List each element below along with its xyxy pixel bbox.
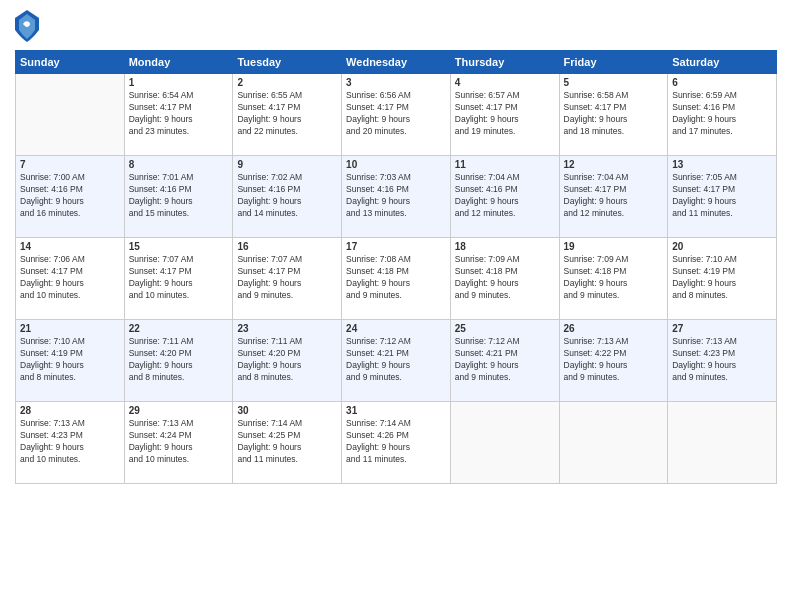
day-cell: 3Sunrise: 6:56 AMSunset: 4:17 PMDaylight…: [342, 74, 451, 156]
day-info: Sunrise: 6:54 AMSunset: 4:17 PMDaylight:…: [129, 90, 229, 138]
day-info: Sunrise: 7:09 AMSunset: 4:18 PMDaylight:…: [564, 254, 664, 302]
day-number: 27: [672, 323, 772, 334]
day-info: Sunrise: 7:11 AMSunset: 4:20 PMDaylight:…: [237, 336, 337, 384]
day-info: Sunrise: 6:55 AMSunset: 4:17 PMDaylight:…: [237, 90, 337, 138]
day-cell: 14Sunrise: 7:06 AMSunset: 4:17 PMDayligh…: [16, 238, 125, 320]
day-info: Sunrise: 7:13 AMSunset: 4:22 PMDaylight:…: [564, 336, 664, 384]
day-number: 22: [129, 323, 229, 334]
day-info: Sunrise: 7:08 AMSunset: 4:18 PMDaylight:…: [346, 254, 446, 302]
day-cell: 9Sunrise: 7:02 AMSunset: 4:16 PMDaylight…: [233, 156, 342, 238]
day-cell: 24Sunrise: 7:12 AMSunset: 4:21 PMDayligh…: [342, 320, 451, 402]
day-cell: 8Sunrise: 7:01 AMSunset: 4:16 PMDaylight…: [124, 156, 233, 238]
day-number: 6: [672, 77, 772, 88]
week-row-3: 14Sunrise: 7:06 AMSunset: 4:17 PMDayligh…: [16, 238, 777, 320]
day-number: 18: [455, 241, 555, 252]
page: SundayMondayTuesdayWednesdayThursdayFrid…: [0, 0, 792, 612]
day-cell: 28Sunrise: 7:13 AMSunset: 4:23 PMDayligh…: [16, 402, 125, 484]
day-number: 21: [20, 323, 120, 334]
day-info: Sunrise: 7:00 AMSunset: 4:16 PMDaylight:…: [20, 172, 120, 220]
day-number: 15: [129, 241, 229, 252]
week-row-4: 21Sunrise: 7:10 AMSunset: 4:19 PMDayligh…: [16, 320, 777, 402]
day-number: 20: [672, 241, 772, 252]
day-cell: 11Sunrise: 7:04 AMSunset: 4:16 PMDayligh…: [450, 156, 559, 238]
day-info: Sunrise: 7:13 AMSunset: 4:23 PMDaylight:…: [20, 418, 120, 466]
day-number: 13: [672, 159, 772, 170]
day-number: 23: [237, 323, 337, 334]
day-number: 1: [129, 77, 229, 88]
day-cell: 17Sunrise: 7:08 AMSunset: 4:18 PMDayligh…: [342, 238, 451, 320]
weekday-header-friday: Friday: [559, 51, 668, 74]
day-number: 25: [455, 323, 555, 334]
day-cell: 27Sunrise: 7:13 AMSunset: 4:23 PMDayligh…: [668, 320, 777, 402]
day-cell: 22Sunrise: 7:11 AMSunset: 4:20 PMDayligh…: [124, 320, 233, 402]
day-cell: 13Sunrise: 7:05 AMSunset: 4:17 PMDayligh…: [668, 156, 777, 238]
day-cell: 30Sunrise: 7:14 AMSunset: 4:25 PMDayligh…: [233, 402, 342, 484]
calendar-table: SundayMondayTuesdayWednesdayThursdayFrid…: [15, 50, 777, 484]
weekday-header-sunday: Sunday: [16, 51, 125, 74]
day-number: 8: [129, 159, 229, 170]
day-cell: 4Sunrise: 6:57 AMSunset: 4:17 PMDaylight…: [450, 74, 559, 156]
day-number: 16: [237, 241, 337, 252]
weekday-header-wednesday: Wednesday: [342, 51, 451, 74]
day-info: Sunrise: 7:07 AMSunset: 4:17 PMDaylight:…: [129, 254, 229, 302]
day-number: 17: [346, 241, 446, 252]
day-cell: 26Sunrise: 7:13 AMSunset: 4:22 PMDayligh…: [559, 320, 668, 402]
day-info: Sunrise: 6:58 AMSunset: 4:17 PMDaylight:…: [564, 90, 664, 138]
day-cell: 2Sunrise: 6:55 AMSunset: 4:17 PMDaylight…: [233, 74, 342, 156]
day-info: Sunrise: 7:13 AMSunset: 4:24 PMDaylight:…: [129, 418, 229, 466]
day-cell: 29Sunrise: 7:13 AMSunset: 4:24 PMDayligh…: [124, 402, 233, 484]
day-number: 10: [346, 159, 446, 170]
day-number: 30: [237, 405, 337, 416]
logo-icon: [15, 10, 39, 42]
day-cell: 6Sunrise: 6:59 AMSunset: 4:16 PMDaylight…: [668, 74, 777, 156]
day-cell: 23Sunrise: 7:11 AMSunset: 4:20 PMDayligh…: [233, 320, 342, 402]
day-info: Sunrise: 7:04 AMSunset: 4:16 PMDaylight:…: [455, 172, 555, 220]
week-row-5: 28Sunrise: 7:13 AMSunset: 4:23 PMDayligh…: [16, 402, 777, 484]
day-number: 11: [455, 159, 555, 170]
day-info: Sunrise: 7:12 AMSunset: 4:21 PMDaylight:…: [455, 336, 555, 384]
day-info: Sunrise: 7:10 AMSunset: 4:19 PMDaylight:…: [20, 336, 120, 384]
day-info: Sunrise: 7:06 AMSunset: 4:17 PMDaylight:…: [20, 254, 120, 302]
day-cell: 25Sunrise: 7:12 AMSunset: 4:21 PMDayligh…: [450, 320, 559, 402]
day-cell: 12Sunrise: 7:04 AMSunset: 4:17 PMDayligh…: [559, 156, 668, 238]
day-info: Sunrise: 7:01 AMSunset: 4:16 PMDaylight:…: [129, 172, 229, 220]
day-info: Sunrise: 7:12 AMSunset: 4:21 PMDaylight:…: [346, 336, 446, 384]
day-cell: [559, 402, 668, 484]
week-row-1: 1Sunrise: 6:54 AMSunset: 4:17 PMDaylight…: [16, 74, 777, 156]
header: [15, 10, 777, 42]
day-info: Sunrise: 6:57 AMSunset: 4:17 PMDaylight:…: [455, 90, 555, 138]
day-cell: 5Sunrise: 6:58 AMSunset: 4:17 PMDaylight…: [559, 74, 668, 156]
day-info: Sunrise: 7:13 AMSunset: 4:23 PMDaylight:…: [672, 336, 772, 384]
logo: [15, 10, 39, 42]
day-number: 12: [564, 159, 664, 170]
day-info: Sunrise: 6:59 AMSunset: 4:16 PMDaylight:…: [672, 90, 772, 138]
day-info: Sunrise: 7:05 AMSunset: 4:17 PMDaylight:…: [672, 172, 772, 220]
day-cell: 15Sunrise: 7:07 AMSunset: 4:17 PMDayligh…: [124, 238, 233, 320]
day-number: 19: [564, 241, 664, 252]
day-cell: 7Sunrise: 7:00 AMSunset: 4:16 PMDaylight…: [16, 156, 125, 238]
day-info: Sunrise: 7:11 AMSunset: 4:20 PMDaylight:…: [129, 336, 229, 384]
weekday-header-row: SundayMondayTuesdayWednesdayThursdayFrid…: [16, 51, 777, 74]
day-cell: [668, 402, 777, 484]
day-cell: 20Sunrise: 7:10 AMSunset: 4:19 PMDayligh…: [668, 238, 777, 320]
weekday-header-saturday: Saturday: [668, 51, 777, 74]
day-number: 2: [237, 77, 337, 88]
weekday-header-monday: Monday: [124, 51, 233, 74]
day-number: 24: [346, 323, 446, 334]
day-cell: 31Sunrise: 7:14 AMSunset: 4:26 PMDayligh…: [342, 402, 451, 484]
day-cell: 16Sunrise: 7:07 AMSunset: 4:17 PMDayligh…: [233, 238, 342, 320]
weekday-header-tuesday: Tuesday: [233, 51, 342, 74]
day-cell: 10Sunrise: 7:03 AMSunset: 4:16 PMDayligh…: [342, 156, 451, 238]
day-cell: 19Sunrise: 7:09 AMSunset: 4:18 PMDayligh…: [559, 238, 668, 320]
day-cell: 21Sunrise: 7:10 AMSunset: 4:19 PMDayligh…: [16, 320, 125, 402]
day-number: 29: [129, 405, 229, 416]
day-info: Sunrise: 7:02 AMSunset: 4:16 PMDaylight:…: [237, 172, 337, 220]
day-number: 28: [20, 405, 120, 416]
day-number: 5: [564, 77, 664, 88]
day-info: Sunrise: 7:07 AMSunset: 4:17 PMDaylight:…: [237, 254, 337, 302]
day-info: Sunrise: 7:14 AMSunset: 4:25 PMDaylight:…: [237, 418, 337, 466]
day-cell: [450, 402, 559, 484]
day-number: 26: [564, 323, 664, 334]
day-cell: 1Sunrise: 6:54 AMSunset: 4:17 PMDaylight…: [124, 74, 233, 156]
weekday-header-thursday: Thursday: [450, 51, 559, 74]
